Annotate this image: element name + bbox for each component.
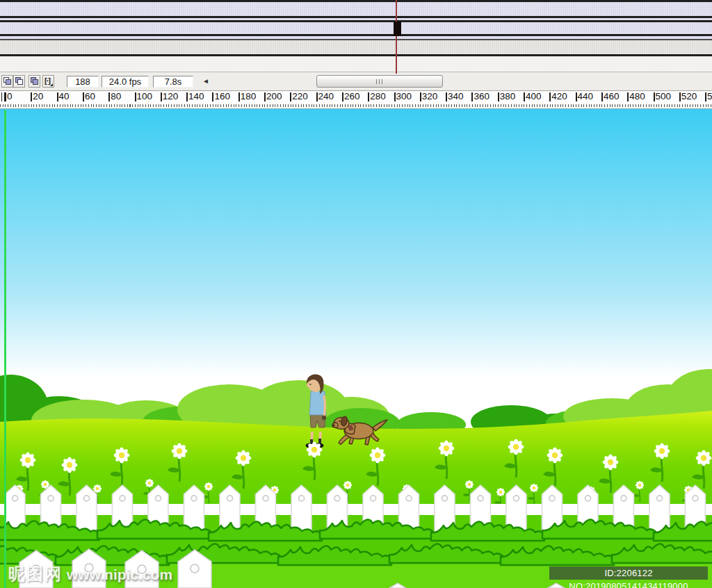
- timeline-layer-row[interactable]: [0, 40, 712, 54]
- watermark-logo: 昵图网: [8, 563, 63, 585]
- ruler-minor-ticks: [0, 104, 712, 107]
- timeline-layer-row[interactable]: [0, 2, 712, 16]
- scroll-left-arrow[interactable]: ◄: [202, 77, 209, 85]
- modify-onion-markers-icon: [·]: [44, 76, 50, 85]
- timeline-empty-strip: [0, 56, 712, 72]
- frame-rate-field[interactable]: 24.0 fps: [102, 76, 149, 88]
- playhead-frame-marker[interactable]: [394, 22, 401, 36]
- onion-skin-button[interactable]: [1, 75, 13, 88]
- image-id-badge: ID:2206122 NO:20190805141434119000: [549, 566, 708, 580]
- timeline-scrollbar-thumb[interactable]: [316, 75, 443, 88]
- playhead-line[interactable]: [396, 0, 397, 74]
- watermark: 昵图网 www.nipic.com: [8, 563, 172, 585]
- stage-ruler[interactable]: 0204060801001201401601802002202402602803…: [0, 91, 712, 109]
- watermark-url: www.nipic.com: [67, 566, 172, 583]
- elapsed-time-field[interactable]: 7.8s: [153, 76, 193, 88]
- onion-skin-outlines-button[interactable]: [13, 75, 25, 88]
- stage-guide-line[interactable]: [4, 110, 6, 588]
- scene-artwork: [0, 109, 712, 588]
- current-frame-field[interactable]: 188: [67, 76, 99, 88]
- stage-canvas[interactable]: [0, 109, 712, 588]
- timeline-layer-row[interactable]: [0, 22, 712, 34]
- timeline-toolbar: [·] 188 24.0 fps 7.8s ◄: [0, 72, 712, 91]
- edit-multiple-frames-button[interactable]: [29, 75, 40, 88]
- modify-onion-markers-button[interactable]: [·]: [42, 75, 54, 88]
- timeline-frames-panel[interactable]: [0, 0, 712, 72]
- flash-editor-window: { "timeline": { "layer_row_count": 3, "p…: [0, 0, 712, 588]
